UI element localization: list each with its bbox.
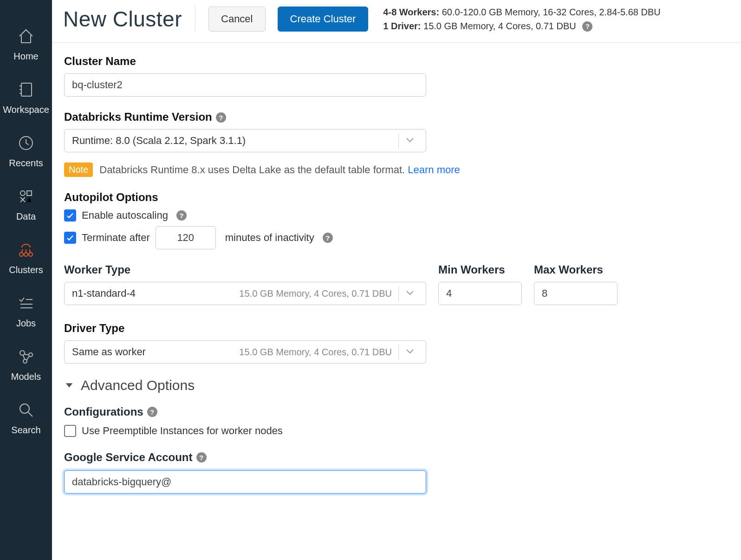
svg-line-22 [24,354,29,355]
nav-workspace-label: Workspace [3,104,49,115]
chevron-down-icon [398,345,421,360]
svg-line-24 [26,356,29,360]
worker-row: Worker Type n1-standard-4 15.0 GB Memory… [64,263,729,305]
help-icon[interactable]: ? [147,407,157,417]
nav-jobs-label: Jobs [16,318,36,329]
terminate-prefix: Terminate after [82,232,150,244]
help-icon[interactable]: ? [176,210,187,221]
resource-summary: 4-8 Workers: 60.0-120.0 GB Memory, 16-32… [383,5,660,33]
svg-point-25 [20,404,29,413]
runtime-select[interactable]: Runtime: 8.0 (Scala 2.12, Spark 3.1.1) [64,129,426,152]
gsa-input[interactable] [64,470,426,494]
nav-models-label: Models [11,371,41,382]
svg-point-11 [24,253,28,256]
summary-workers-value: 60.0-120.0 GB Memory, 16-32 Cores, 2.84-… [442,7,661,17]
terminate-minutes-input[interactable] [156,226,216,249]
driver-type-select[interactable]: Same as worker 15.0 GB Memory, 4 Cores, … [64,340,426,364]
nav-data-label: Data [16,211,36,222]
worker-type-value: n1-standard-4 [72,287,136,300]
min-workers-input[interactable] [438,282,522,305]
nav-data[interactable]: Data [0,179,52,232]
nav-home-label: Home [13,51,38,62]
configurations-label: Configurations [64,405,143,418]
runtime-note: Note Databricks Runtime 8.x uses Delta L… [64,163,729,177]
terminate-suffix: minutes of inactivity [225,232,314,244]
svg-marker-27 [66,383,73,387]
help-icon[interactable]: ? [582,21,592,32]
home-icon [17,27,35,47]
nav-models[interactable]: Models [0,339,52,392]
max-workers-label: Max Workers [534,263,618,276]
svg-line-15 [29,249,31,253]
form: Cluster Name Databricks Runtime Version … [52,43,741,560]
nav-clusters-label: Clusters [9,265,43,275]
svg-rect-0 [21,83,32,96]
max-workers-input[interactable] [534,282,618,305]
advanced-options-toggle[interactable]: Advanced Options [64,378,729,393]
help-icon[interactable]: ? [196,452,207,462]
chevron-down-icon [398,286,421,301]
summary-workers-label: 4-8 Workers: [383,7,439,17]
nav-search-label: Search [11,425,40,436]
driver-field: Driver Type Same as worker 15.0 GB Memor… [64,322,729,364]
nav-jobs[interactable]: Jobs [0,286,52,339]
configurations-field: Configurations ? Use Preemptible Instanc… [64,405,729,437]
help-icon[interactable]: ? [323,233,333,243]
nav-recents[interactable]: Recents [0,125,52,179]
svg-marker-9 [27,197,32,202]
enable-autoscaling-checkbox[interactable] [64,209,76,221]
nav-home[interactable]: Home [0,19,52,72]
create-cluster-button[interactable]: Create Cluster [278,7,369,32]
gsa-field: Google Service Account ? [64,451,729,494]
svg-rect-6 [27,191,32,195]
cluster-icon [17,241,35,261]
runtime-field: Databricks Runtime Version ? Runtime: 8.… [64,111,729,177]
sidebar: Home Workspace Recents Data Clusters Job… [0,0,52,560]
preemptible-checkbox[interactable] [64,425,76,437]
gsa-label: Google Service Account [64,451,193,464]
autopilot-field: Autopilot Options Enable autoscaling ? T… [64,191,729,249]
svg-point-5 [20,191,25,195]
search-icon [17,401,35,421]
svg-line-23 [23,355,25,359]
graph-icon [17,347,35,368]
autopilot-label: Autopilot Options [64,191,729,204]
nav-search[interactable]: Search [0,392,52,446]
driver-type-value: Same as worker [72,346,146,358]
svg-point-19 [20,351,25,355]
summary-driver-value: 15.0 GB Memory, 4 Cores, 0.71 DBU [423,21,576,31]
caret-down-icon [64,378,81,393]
note-text: Databricks Runtime 8.x uses Delta Lake a… [99,164,405,176]
min-workers-label: Min Workers [438,263,522,276]
page-title: New Cluster [63,7,182,32]
worker-type-label: Worker Type [64,263,426,276]
learn-more-link[interactable]: Learn more [408,164,460,176]
help-icon[interactable]: ? [216,112,226,123]
cancel-button[interactable]: Cancel [208,7,265,32]
summary-driver-label: 1 Driver: [383,21,421,31]
runtime-label: Databricks Runtime Version [64,111,212,124]
cluster-name-field: Cluster Name [64,55,729,97]
preemptible-label: Use Preemptible Instances for worker nod… [82,425,283,437]
clock-icon [17,134,35,154]
runtime-value: Runtime: 8.0 (Scala 2.12, Spark 3.1.1) [72,135,246,147]
nav-recents-label: Recents [9,158,43,169]
nav-workspace[interactable]: Workspace [0,72,52,125]
svg-line-26 [28,412,32,417]
enable-autoscaling-label: Enable autoscaling [82,209,168,221]
note-badge: Note [64,163,93,177]
terminate-after-checkbox[interactable] [64,232,76,244]
shapes-icon [17,187,35,208]
svg-point-20 [29,353,32,357]
nav-clusters[interactable]: Clusters [0,232,52,286]
driver-spec: 15.0 GB Memory, 4 Cores, 0.71 DBU [239,347,392,358]
worker-type-select[interactable]: n1-standard-4 15.0 GB Memory, 4 Cores, 0… [64,282,426,305]
svg-line-13 [21,249,23,253]
advanced-label: Advanced Options [81,378,195,393]
worker-spec: 15.0 GB Memory, 4 Cores, 0.71 DBU [239,288,392,299]
driver-type-label: Driver Type [64,322,729,335]
cluster-name-input[interactable] [64,73,426,97]
cluster-name-label: Cluster Name [64,55,729,68]
notebook-icon [17,80,35,101]
checklist-icon [17,294,35,314]
